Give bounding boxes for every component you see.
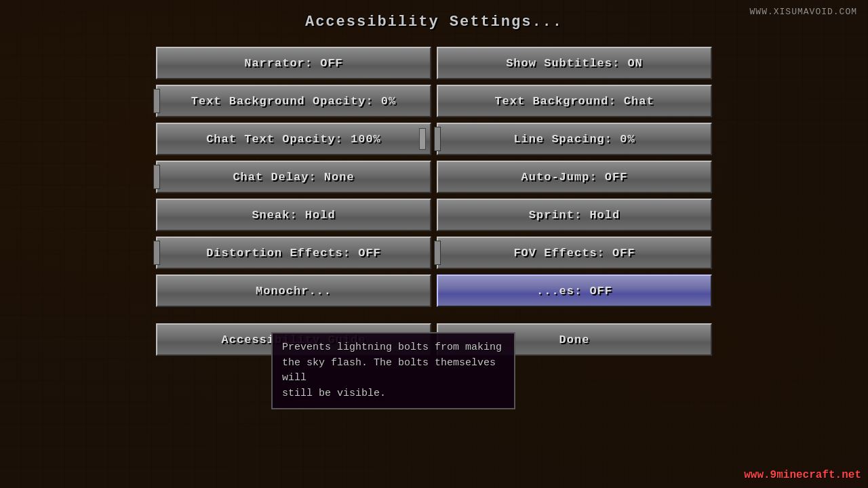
sprint-button[interactable]: Sprint: Hold — [437, 199, 712, 231]
sneak-button[interactable]: Sneak: Hold — [156, 199, 431, 231]
slider-left-tab — [153, 89, 160, 113]
chat-delay-button[interactable]: Chat Delay: None — [156, 161, 431, 193]
dark-pulsing-button[interactable]: ...es: OFF — [437, 274, 712, 307]
page-title: Accessibility Settings... — [305, 14, 563, 30]
watermark-bottom: www.9minecraft.net — [744, 469, 861, 481]
show-subtitles-button[interactable]: Show Subtitles: ON — [437, 47, 712, 79]
tooltip-text: Prevents lightning bolts from makingthe … — [282, 342, 502, 399]
distortion-effects-button[interactable]: Distortion Effects: OFF — [156, 237, 431, 269]
text-bg-button[interactable]: Text Background: Chat — [437, 85, 712, 117]
slider-left-tab4 — [153, 241, 160, 265]
text-bg-opacity-button[interactable]: Text Background Opacity: 0% — [156, 85, 431, 117]
narrator-button[interactable]: Narrator: OFF — [156, 47, 431, 79]
slider-left-tab5 — [434, 241, 441, 265]
tooltip: Prevents lightning bolts from makingthe … — [271, 332, 515, 409]
slider-left-tab3 — [153, 165, 160, 189]
screen: WWW.XISUMAVOID.COM Accessibility Setting… — [0, 0, 868, 488]
line-spacing-button[interactable]: Line Spacing: 0% — [437, 123, 712, 155]
slider-left-tab2 — [434, 127, 441, 151]
fov-effects-button[interactable]: FOV Effects: OFF — [437, 237, 712, 269]
chat-text-opacity-button[interactable]: Chat Text Opacity: 100% — [156, 123, 431, 155]
watermark-top: WWW.XISUMAVOID.COM — [750, 7, 857, 17]
settings-grid: Narrator: OFF Show Subtitles: ON Text Ba… — [156, 47, 712, 307]
main-content: Narrator: OFF Show Subtitles: ON Text Ba… — [156, 47, 712, 356]
auto-jump-button[interactable]: Auto-Jump: OFF — [437, 161, 712, 193]
slider-right-handle — [419, 128, 426, 150]
monochrome-button[interactable]: Monochr... — [156, 274, 431, 307]
